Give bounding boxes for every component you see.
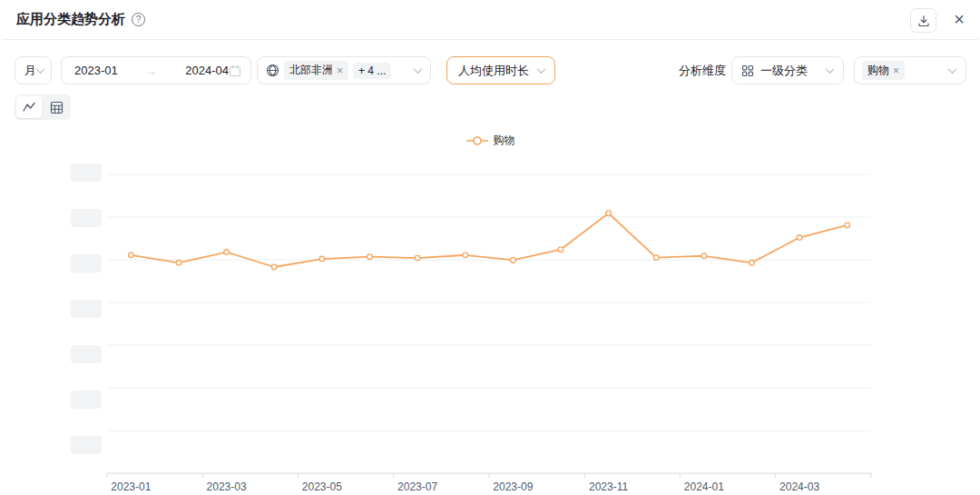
chart-legend: 购物 — [0, 133, 980, 148]
download-button[interactable] — [910, 8, 936, 33]
data-point[interactable] — [845, 223, 850, 228]
x-axis-label: 2023-07 — [397, 480, 437, 493]
series-line — [131, 213, 847, 267]
y-axis-label-redacted — [71, 163, 102, 182]
view-toggle — [15, 94, 71, 120]
chevron-down-icon — [414, 64, 423, 74]
data-point[interactable] — [129, 252, 134, 258]
data-point[interactable] — [511, 258, 516, 263]
x-axis-label: 2023-09 — [493, 480, 533, 493]
data-point[interactable] — [319, 256, 325, 262]
view-toggle-line-chart[interactable] — [16, 96, 42, 118]
remove-tag-icon[interactable]: × — [893, 65, 899, 76]
y-axis-label-redacted — [71, 436, 102, 454]
data-point[interactable] — [368, 254, 373, 260]
region-select[interactable]: 北部非洲 × + 4 ... — [257, 56, 431, 84]
date-end[interactable]: 2024-04 — [185, 64, 229, 77]
table-icon — [50, 101, 64, 114]
region-tag-label: 北部非洲 — [289, 63, 333, 78]
category-tag[interactable]: 购物 × — [862, 61, 905, 80]
chevron-down-icon — [36, 64, 45, 74]
app-category-trend-panel: { "header": { "title": "应用分类趋势分析" }, "ic… — [0, 0, 980, 495]
data-point[interactable] — [606, 211, 612, 216]
trend-chart: 2023-012023-032023-052023-072023-092023-… — [0, 154, 980, 495]
data-point[interactable] — [271, 264, 277, 270]
range-arrow-icon: → — [118, 64, 186, 77]
date-range-picker[interactable]: 2023-01 → 2024-04 — [61, 56, 251, 84]
dimension-label: 分析维度 — [679, 56, 726, 84]
data-point[interactable] — [797, 235, 802, 241]
region-more-label: + 4 ... — [358, 64, 386, 77]
x-axis-label: 2024-03 — [779, 480, 819, 493]
metric-value: 人均使用时长 — [458, 63, 529, 79]
globe-icon — [266, 64, 279, 77]
granularity-value: 月 — [24, 63, 36, 79]
legend-item[interactable]: 购物 — [466, 133, 515, 148]
dimension-value: 一级分类 — [760, 63, 808, 79]
x-axis-label: 2023-11 — [589, 480, 628, 493]
page-title-text: 应用分类趋势分析 — [16, 11, 125, 28]
x-axis-label: 2024-01 — [684, 480, 724, 493]
data-point[interactable] — [415, 255, 420, 261]
y-axis-label-redacted — [71, 345, 102, 363]
data-point[interactable] — [653, 255, 659, 261]
chevron-down-icon — [948, 64, 957, 74]
region-tag[interactable]: 北部非洲 × — [284, 61, 348, 80]
chevron-down-icon — [826, 64, 835, 74]
data-point[interactable] — [463, 252, 468, 258]
metric-select[interactable]: 人均使用时长 — [446, 56, 555, 84]
download-icon — [917, 15, 930, 27]
help-icon[interactable]: ? — [132, 13, 145, 26]
x-axis-label: 2023-05 — [302, 480, 342, 493]
data-point[interactable] — [558, 247, 564, 252]
remove-tag-icon[interactable]: × — [337, 65, 343, 76]
legend-marker-icon — [466, 135, 489, 146]
dimension-select[interactable]: 一级分类 — [731, 56, 844, 84]
data-point[interactable] — [224, 250, 230, 255]
y-axis-label-redacted — [71, 254, 102, 272]
data-point[interactable] — [701, 253, 707, 259]
y-axis-label-redacted — [71, 209, 102, 227]
region-more-tag[interactable]: + 4 ... — [353, 63, 391, 79]
granularity-select[interactable]: 月 — [15, 56, 52, 84]
data-point[interactable] — [750, 260, 755, 265]
date-start[interactable]: 2023-01 — [74, 64, 118, 77]
header-divider — [2, 39, 978, 40]
line-chart-icon — [22, 100, 36, 114]
grid-icon — [741, 64, 754, 77]
close-button[interactable]: × — [949, 7, 969, 32]
category-tag-label: 购物 — [867, 63, 889, 78]
legend-label: 购物 — [494, 133, 515, 148]
category-select[interactable]: 购物 × — [854, 56, 966, 84]
view-toggle-table[interactable] — [44, 96, 69, 118]
page-title: 应用分类趋势分析 ? — [16, 11, 145, 28]
y-axis-label-redacted — [71, 391, 102, 409]
x-axis-label: 2023-01 — [111, 480, 151, 493]
calendar-icon — [229, 64, 241, 77]
chevron-down-icon — [537, 64, 546, 74]
y-axis-label-redacted — [71, 300, 102, 318]
x-axis-label: 2023-03 — [207, 480, 247, 493]
data-point[interactable] — [176, 260, 181, 265]
trend-chart-svg: 2023-012023-032023-052023-072023-092023-… — [0, 154, 980, 495]
